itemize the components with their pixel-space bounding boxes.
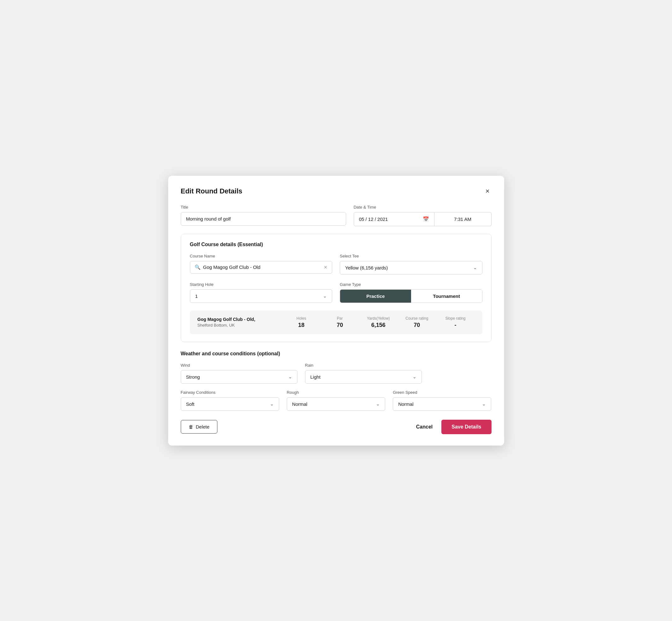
- starting-hole-label: Starting Hole: [190, 282, 333, 287]
- chevron-down-icon-green: ⌄: [482, 401, 486, 406]
- trash-icon: 🗑: [189, 424, 194, 429]
- title-datetime-row: Title Date & Time 05 / 12 / 2021 📅 7:31 …: [181, 205, 492, 226]
- select-tee-dropdown[interactable]: Yellow (6,156 yards) ⌄: [340, 261, 482, 275]
- practice-button[interactable]: Practice: [340, 290, 411, 303]
- calendar-icon: 📅: [423, 216, 429, 222]
- close-button[interactable]: ×: [484, 187, 492, 195]
- chevron-down-icon: ⌄: [473, 265, 477, 270]
- par-label: Par: [337, 316, 343, 321]
- course-section-title: Golf Course details (Essential): [190, 242, 482, 247]
- fairway-label: Fairway Conditions: [181, 390, 279, 395]
- edit-round-modal: Edit Round Details × Title Date & Time 0…: [168, 176, 504, 446]
- select-tee-group: Select Tee Yellow (6,156 yards) ⌄: [340, 254, 482, 275]
- chevron-down-icon-rain: ⌄: [413, 374, 416, 379]
- title-label: Title: [181, 205, 346, 210]
- date-value: 05 / 12 / 2021: [359, 216, 388, 222]
- select-tee-value: Yellow (6,156 yards): [345, 265, 388, 271]
- delete-label: Delete: [196, 424, 209, 429]
- slope-rating-label: Slope rating: [445, 316, 465, 321]
- yards-value: 6,156: [371, 322, 385, 329]
- weather-title: Weather and course conditions (optional): [181, 351, 492, 357]
- cancel-button[interactable]: Cancel: [416, 424, 432, 430]
- modal-header: Edit Round Details ×: [181, 187, 492, 195]
- date-time-row: 05 / 12 / 2021 📅 7:31 AM: [354, 212, 492, 226]
- game-type-label: Game Type: [340, 282, 482, 287]
- fairway-group: Fairway Conditions Soft ⌄: [181, 390, 279, 411]
- course-rating-value: 70: [414, 322, 420, 329]
- select-tee-label: Select Tee: [340, 254, 482, 258]
- holes-label: Holes: [297, 316, 306, 321]
- save-button[interactable]: Save Details: [442, 420, 491, 434]
- title-input[interactable]: [181, 212, 346, 225]
- rough-dropdown[interactable]: Normal ⌄: [287, 397, 385, 411]
- footer-row: 🗑 Delete Cancel Save Details: [181, 420, 492, 434]
- yards-label: Yards(Yellow): [367, 316, 390, 321]
- datetime-label: Date & Time: [354, 205, 492, 210]
- rough-label: Rough: [287, 390, 385, 395]
- wind-rain-row: Wind Strong ⌄ Rain Light ⌄: [181, 363, 492, 384]
- date-input[interactable]: 05 / 12 / 2021 📅: [354, 212, 434, 226]
- modal-title: Edit Round Details: [181, 187, 243, 195]
- green-speed-value: Normal: [398, 401, 413, 407]
- wind-label: Wind: [181, 363, 297, 368]
- par-stat: Par 70: [321, 316, 359, 329]
- rain-group: Rain Light ⌄: [305, 363, 422, 384]
- course-info-name: Gog Magog Golf Club - Old, Shelford Bott…: [198, 317, 282, 328]
- rain-dropdown[interactable]: Light ⌄: [305, 370, 422, 384]
- chevron-down-icon-fairway: ⌄: [270, 401, 274, 406]
- holes-stat: Holes 18: [282, 316, 321, 329]
- hole-gametype-row: Starting Hole 1 ⌄ Game Type Practice Tou…: [190, 282, 482, 303]
- yards-stat: Yards(Yellow) 6,156: [359, 316, 397, 329]
- course-rating-label: Course rating: [406, 316, 428, 321]
- slope-rating-stat: Slope rating -: [436, 316, 474, 329]
- green-speed-dropdown[interactable]: Normal ⌄: [393, 397, 491, 411]
- fairway-value: Soft: [186, 401, 195, 407]
- course-name-field[interactable]: [203, 264, 322, 270]
- footer-right: Cancel Save Details: [416, 420, 492, 434]
- wind-dropdown[interactable]: Strong ⌄: [181, 370, 297, 384]
- fairway-rough-green-row: Fairway Conditions Soft ⌄ Rough Normal ⌄…: [181, 390, 492, 411]
- chevron-down-icon-hole: ⌄: [323, 293, 327, 298]
- starting-hole-dropdown[interactable]: 1 ⌄: [190, 289, 333, 303]
- rough-value: Normal: [292, 401, 307, 407]
- starting-hole-value: 1: [195, 293, 198, 299]
- time-input[interactable]: 7:31 AM: [434, 212, 492, 226]
- datetime-group: Date & Time 05 / 12 / 2021 📅 7:31 AM: [354, 205, 492, 226]
- delete-button[interactable]: 🗑 Delete: [181, 420, 217, 433]
- time-value: 7:31 AM: [454, 216, 471, 222]
- course-info-box: Gog Magog Golf Club - Old, Shelford Bott…: [190, 310, 482, 334]
- rain-value: Light: [310, 374, 321, 380]
- game-type-group: Game Type Practice Tournament: [340, 282, 482, 303]
- title-group: Title: [181, 205, 346, 226]
- chevron-down-icon-wind: ⌄: [288, 374, 292, 379]
- holes-value: 18: [298, 322, 304, 329]
- clear-icon[interactable]: ✕: [324, 265, 328, 270]
- weather-section: Weather and course conditions (optional)…: [181, 351, 492, 411]
- chevron-down-icon-rough: ⌄: [376, 401, 380, 406]
- course-rating-stat: Course rating 70: [397, 316, 436, 329]
- course-tee-row: Course Name 🔍 ✕ Select Tee Yellow (6,156…: [190, 254, 482, 275]
- course-name-group: Course Name 🔍 ✕: [190, 254, 333, 275]
- slope-rating-value: -: [454, 322, 456, 329]
- course-info-location: Shelford Bottom, UK: [198, 323, 282, 328]
- fairway-dropdown[interactable]: Soft ⌄: [181, 397, 279, 411]
- rain-label: Rain: [305, 363, 422, 368]
- course-name-input[interactable]: 🔍 ✕: [190, 261, 333, 274]
- course-name-label: Course Name: [190, 254, 333, 258]
- wind-value: Strong: [186, 374, 200, 380]
- par-value: 70: [337, 322, 343, 329]
- course-section: Golf Course details (Essential) Course N…: [181, 234, 492, 342]
- wind-group: Wind Strong ⌄: [181, 363, 297, 384]
- green-speed-label: Green Speed: [393, 390, 491, 395]
- green-speed-group: Green Speed Normal ⌄: [393, 390, 491, 411]
- tournament-button[interactable]: Tournament: [411, 290, 482, 303]
- rough-group: Rough Normal ⌄: [287, 390, 385, 411]
- search-icon: 🔍: [195, 264, 201, 270]
- starting-hole-group: Starting Hole 1 ⌄: [190, 282, 333, 303]
- course-info-name-text: Gog Magog Golf Club - Old,: [198, 317, 282, 322]
- game-type-toggle: Practice Tournament: [340, 289, 482, 303]
